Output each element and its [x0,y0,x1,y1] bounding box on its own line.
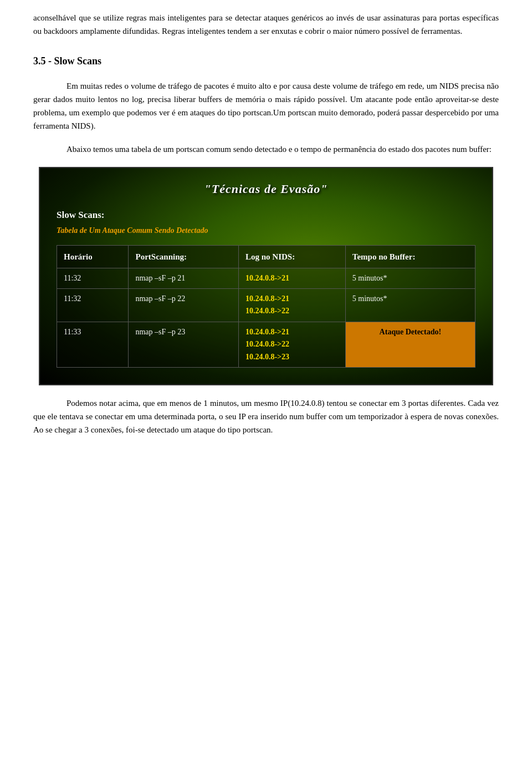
cell-scan-0: nmap –sF –p 21 [129,268,238,288]
table-row: 11:32nmap –sF –p 2110.24.0.8->215 minuto… [57,268,475,288]
nids-main-title: "Técnicas de Evasão" [57,179,475,199]
log-entry: 10.24.0.8->22 [245,340,289,348]
cell-log-2: 10.24.0.8->2110.24.0.8->2210.24.0.8->23 [238,322,345,367]
section-heading: 3.5 - Slow Scans [33,53,499,69]
nids-image-container: "Técnicas de Evasão" Slow Scans: Tabela … [33,167,499,385]
table-row: 11:32nmap –sF –p 2210.24.0.8->2110.24.0.… [57,288,475,322]
nids-image: "Técnicas de Evasão" Slow Scans: Tabela … [39,167,493,385]
cell-log-1: 10.24.0.8->2110.24.0.8->22 [238,288,345,322]
cell-scan-2: nmap –sF –p 23 [129,322,238,367]
cell-scan-1: nmap –sF –p 22 [129,288,238,322]
log-entry: 10.24.0.8->21 [245,294,289,303]
nids-background: "Técnicas de Evasão" Slow Scans: Tabela … [40,168,492,384]
cell-time-2: 11:33 [57,322,129,367]
cell-time-0: 11:32 [57,268,129,288]
table-header-3: Tempo no Buffer: [345,245,475,268]
nids-table-title: Tabela de Um Ataque Comum Sendo Detectad… [57,225,475,237]
cell-buffer-1: 5 minutos* [345,288,475,322]
outro-paragraph: Podemos notar acima, que em menos de 1 m… [33,396,499,436]
log-entry: 10.24.0.8->21 [245,328,289,336]
cell-buffer-2: Ataque Detectado! [345,322,475,367]
intro-paragraph: aconselhável que se utilize regras mais … [33,11,499,38]
table-header-row: HorárioPortScanning:Log no NIDS:Tempo no… [57,245,475,268]
nids-table: HorárioPortScanning:Log no NIDS:Tempo no… [57,245,475,368]
cell-buffer-0: 5 minutos* [345,268,475,288]
log-entry: 10.24.0.8->22 [245,307,289,315]
section-paragraph1: Em muitas redes o volume de tráfego de p… [33,79,499,133]
cell-time-1: 11:32 [57,288,129,322]
nids-subtitle: Slow Scans: [57,207,475,222]
table-header-0: Horário [57,245,129,268]
table-intro: Abaixo temos uma tabela de um portscan c… [66,143,499,156]
log-entry: 10.24.0.8->21 [245,274,289,282]
table-row: 11:33nmap –sF –p 2310.24.0.8->2110.24.0.… [57,322,475,367]
table-header-2: Log no NIDS: [238,245,345,268]
cell-log-0: 10.24.0.8->21 [238,268,345,288]
log-entry: 10.24.0.8->23 [245,353,289,361]
table-header-1: PortScanning: [129,245,238,268]
